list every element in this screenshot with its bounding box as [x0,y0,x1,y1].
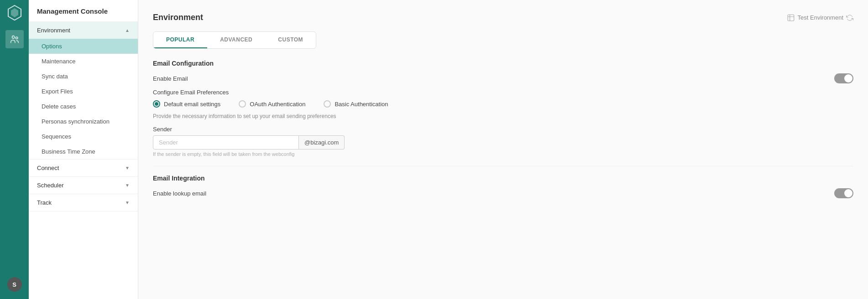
sidebar-section-header-track[interactable]: Track ▼ [29,194,138,211]
sidebar-section-connect: Connect ▼ [29,160,138,177]
sidebar-item-sequences[interactable]: Sequences [29,129,138,144]
test-environment-label: Test Environment [798,14,843,21]
sidebar-chevron-connect: ▼ [125,165,130,170]
sidebar-section-header-environment[interactable]: Environment ▲ [29,22,138,39]
sidebar-section-header-connect[interactable]: Connect ▼ [29,160,138,176]
radio-circle-oauth [239,100,246,108]
sidebar-section-label-environment: Environment [37,27,70,34]
nav-icon-people[interactable] [5,30,24,48]
enable-email-row: Enable Email [153,73,853,83]
radio-label-oauth: OAuth Authentication [250,101,305,108]
sender-domain: @bizagi.com [299,135,345,150]
sidebar-title: Management Console [29,0,138,22]
email-hint-text: Provide the necessary information to set… [153,113,853,119]
sidebar-section-environment: Environment ▲OptionsMaintenanceSync data… [29,22,138,160]
main-content: Environment Test Environment POPULARADVA… [138,0,868,299]
sidebar-section-label-scheduler: Scheduler [37,182,64,189]
sidebar-section-header-scheduler[interactable]: Scheduler ▼ [29,177,138,194]
sidebar-section-track: Track ▼ [29,194,138,211]
test-environment-button[interactable]: Test Environment [787,14,853,22]
email-integration-title: Email Integration [153,175,853,182]
sidebar-section-label-track: Track [37,199,52,206]
sidebar-item-sync-data[interactable]: Sync data [29,69,138,84]
sidebar-section-scheduler: Scheduler ▼ [29,177,138,194]
radio-default[interactable]: Default email settings [153,100,220,108]
email-auth-radio-group: Default email settingsOAuth Authenticati… [153,100,853,108]
email-config-title: Email Configuration [153,60,853,67]
radio-label-default: Default email settings [164,101,220,108]
email-integration-section: Email Integration Enable lookup email [153,175,853,198]
radio-circle-basic [324,100,331,108]
page-title: Environment [153,13,203,22]
tab-custom[interactable]: CUSTOM [265,32,316,48]
svg-marker-1 [11,8,18,17]
sidebar-section-label-connect: Connect [37,165,59,171]
user-avatar[interactable]: S [7,277,22,292]
sidebar-item-delete-cases[interactable]: Delete cases [29,99,138,114]
svg-point-2 [12,36,15,39]
sidebar-item-business-tz[interactable]: Business Time Zone [29,144,138,159]
sidebar-chevron-environment: ▲ [125,28,130,33]
tab-advanced[interactable]: ADVANCED [207,32,265,48]
radio-label-basic: Basic Authentication [335,101,388,108]
radio-oauth[interactable]: OAuth Authentication [239,100,305,108]
svg-point-3 [16,37,18,39]
configure-prefs-label: Configure Email Preferences [153,89,853,96]
sidebar-chevron-scheduler: ▼ [125,183,130,188]
sender-row: @bizagi.com [153,135,853,150]
radio-circle-default [153,100,160,108]
main-header: Environment Test Environment [153,13,853,22]
radio-basic[interactable]: Basic Authentication [324,100,388,108]
sidebar-chevron-track: ▼ [125,200,130,205]
sidebar: Management Console Environment ▲OptionsM… [29,0,138,299]
enable-email-label: Enable Email [153,75,188,82]
icon-bar: S [0,0,29,299]
enable-lookup-toggle[interactable] [834,188,853,198]
sidebar-item-personas-sync[interactable]: Personas synchronization [29,114,138,129]
sidebar-item-options[interactable]: Options [29,39,138,54]
sidebar-item-export-files[interactable]: Export Files [29,84,138,99]
enable-email-toggle[interactable] [834,73,853,83]
sender-label: Sender [153,126,172,133]
tab-popular[interactable]: POPULAR [153,32,207,48]
sender-input[interactable] [153,135,299,150]
tabs-container: POPULARADVANCEDCUSTOM [153,31,316,49]
section-divider [153,166,853,166]
enable-lookup-label: Enable lookup email [153,190,206,197]
app-logo[interactable] [6,5,23,21]
email-config-section: Email Configuration Enable Email Configu… [153,60,853,157]
enable-lookup-row: Enable lookup email [153,188,853,198]
sender-field-hint: If the sender is empty, this field will … [153,151,853,157]
sidebar-item-maintenance[interactable]: Maintenance [29,54,138,69]
